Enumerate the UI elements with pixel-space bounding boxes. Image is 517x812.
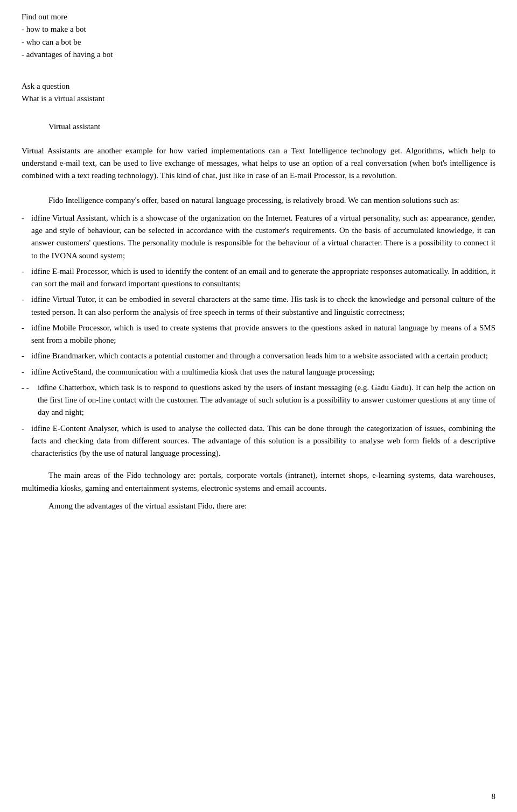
va-heading: Virtual assistant — [22, 121, 495, 133]
para1-text: Virtual Assistants are another example f… — [22, 145, 495, 182]
ask-subheading: What is a virtual assistant — [22, 93, 495, 105]
list-item: idfine Mobile Processor, which is used t… — [22, 322, 495, 347]
list-item: idfine Brandmarker, which contacts a pot… — [22, 350, 495, 362]
paragraph4: Among the advantages of the virtual assi… — [22, 500, 495, 512]
page-container: Find out more - how to make a bot - who … — [0, 0, 517, 812]
intro-section: Find out more - how to make a bot - who … — [22, 11, 495, 61]
list-item: idfine ActiveStand, the communication wi… — [22, 366, 495, 378]
paragraph2: Fido Intelligence company's offer, based… — [22, 194, 495, 207]
para4-text: Among the advantages of the virtual assi… — [48, 502, 247, 510]
ask-section: Ask a question What is a virtual assista… — [22, 80, 495, 105]
bullet-list: idfine Virtual Assistant, which is a sho… — [22, 212, 495, 460]
list-item: idfine Virtual Assistant, which is a sho… — [22, 212, 495, 262]
list-item: idfine Virtual Tutor, it can be embodied… — [22, 293, 495, 319]
para3-text: The main areas of the Fido technology ar… — [22, 471, 495, 492]
paragraph1: Virtual Assistants are another example f… — [22, 145, 495, 182]
list-item: idfine E-mail Processor, which is used t… — [22, 265, 495, 291]
ask-heading: Ask a question — [22, 80, 495, 93]
intro-line4: - advantages of having a bot — [22, 48, 495, 61]
intro-line2: - how to make a bot — [22, 23, 495, 36]
virtual-assistant-heading: Virtual assistant — [22, 121, 495, 133]
intro-line1: Find out more — [22, 11, 495, 23]
list-item: idfine E-Content Analyser, which is used… — [22, 422, 495, 460]
para2-text: Fido Intelligence company's offer, based… — [48, 196, 459, 204]
page-number: 8 — [492, 792, 496, 801]
intro-line3: - who can a bot be — [22, 36, 495, 48]
list-item-double-dash: - - idfine Chatterbox, which task is to … — [22, 382, 495, 419]
paragraph3: The main areas of the Fido technology ar… — [22, 469, 495, 495]
